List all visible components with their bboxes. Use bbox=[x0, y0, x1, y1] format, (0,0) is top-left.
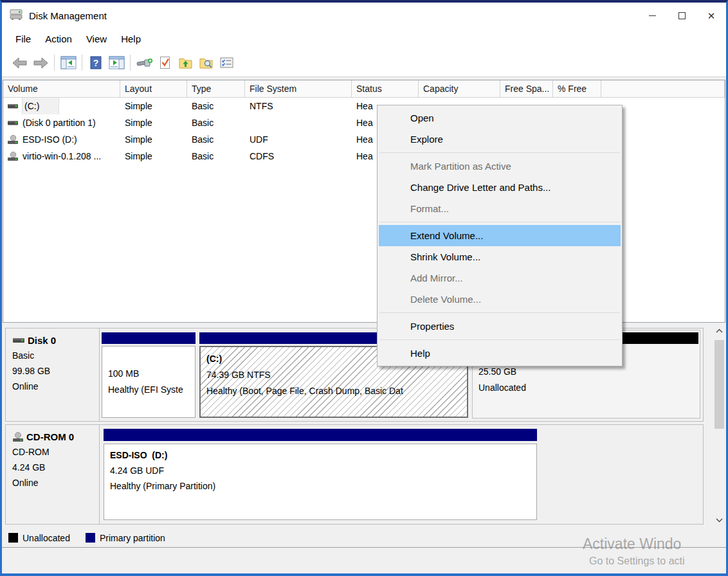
legend-unallocated-label: Unallocated bbox=[23, 533, 70, 543]
volume-context-menu: Open Explore Mark Partition as Active Ch… bbox=[377, 105, 623, 366]
volume-name: virtio-win-0.1.208 ... bbox=[23, 148, 101, 165]
status-bar bbox=[2, 548, 726, 573]
folder-up-button[interactable] bbox=[175, 53, 196, 73]
partition-esd-iso[interactable]: ESD-ISO (D:) 4.24 GB UDF Healthy (Primar… bbox=[102, 425, 539, 524]
hdd-volume-icon bbox=[7, 119, 19, 127]
file-system-cell: CDFS bbox=[245, 148, 352, 165]
menu-item-help[interactable]: Help bbox=[379, 343, 621, 364]
disk-management-window: Disk Management ✕ File Action View Help bbox=[0, 0, 728, 576]
chevron-down-icon bbox=[716, 518, 723, 523]
menu-item-properties[interactable]: Properties bbox=[379, 316, 621, 337]
toolbar-separator bbox=[130, 55, 131, 71]
column-header-free-space[interactable]: Free Spa... bbox=[500, 80, 553, 98]
scroll-up-button[interactable] bbox=[714, 325, 725, 336]
primary-partition-swatch bbox=[86, 533, 95, 543]
layout-cell: Simple bbox=[120, 114, 187, 131]
menu-separator bbox=[379, 339, 620, 340]
back-icon bbox=[12, 56, 28, 70]
task-list-button[interactable] bbox=[216, 53, 237, 73]
primary-partition-band bbox=[102, 332, 196, 344]
partition-status: Healthy (EFI Syste bbox=[108, 382, 192, 398]
cdrom0-status: Online bbox=[12, 475, 99, 491]
volume-list-header: Volume Layout Type File System Status Ca… bbox=[3, 80, 725, 98]
show-action-pane-button[interactable] bbox=[106, 53, 127, 73]
help-icon: ? bbox=[89, 56, 103, 69]
partition-status: Healthy (Boot, Page File, Crash Dump, Ba… bbox=[206, 383, 464, 399]
show-console-tree-button[interactable] bbox=[58, 53, 78, 73]
layout-cell: Simple bbox=[120, 98, 187, 114]
menu-file[interactable]: File bbox=[8, 30, 38, 48]
menu-separator bbox=[379, 222, 620, 222]
file-system-cell: NTFS bbox=[245, 98, 352, 114]
menu-view[interactable]: View bbox=[79, 30, 114, 48]
partition-status: Unallocated bbox=[478, 380, 697, 396]
menu-item-open[interactable]: Open bbox=[379, 107, 621, 129]
cdrom0-row: CD-ROM 0 CD-ROM 4.24 GB Online ESD-ISO (… bbox=[5, 424, 704, 525]
menu-help[interactable]: Help bbox=[114, 30, 148, 48]
help-button[interactable]: ? bbox=[86, 53, 106, 73]
unallocated-swatch bbox=[8, 533, 18, 543]
minimize-button[interactable] bbox=[637, 3, 667, 28]
menu-separator bbox=[379, 152, 620, 153]
partition-size: 100 MB bbox=[108, 366, 192, 382]
toolbar-separator bbox=[54, 55, 55, 71]
forward-button[interactable] bbox=[30, 53, 51, 73]
type-cell: Basic bbox=[187, 131, 245, 148]
partition-size: 74.39 GB NTFS bbox=[206, 367, 464, 383]
menu-item-mark-partition-as-active: Mark Partition as Active bbox=[379, 156, 621, 177]
type-cell: Basic bbox=[187, 98, 245, 114]
forward-icon bbox=[32, 56, 49, 70]
partition-size: 4.24 GB UDF bbox=[110, 463, 534, 478]
disk0-size: 99.98 GB bbox=[12, 363, 99, 379]
column-header-percent-free[interactable]: % Free bbox=[553, 80, 601, 98]
menu-item-shrink-volume[interactable]: Shrink Volume... bbox=[379, 246, 621, 267]
hdd-volume-icon bbox=[7, 102, 19, 110]
vertical-scrollbar[interactable] bbox=[714, 323, 725, 528]
menu-item-add-mirror: Add Mirror... bbox=[379, 267, 621, 289]
column-header-filler bbox=[601, 80, 725, 98]
close-button[interactable]: ✕ bbox=[696, 3, 726, 28]
back-button[interactable] bbox=[10, 53, 30, 73]
toolbar: ? bbox=[2, 49, 726, 77]
type-cell: Basic bbox=[187, 148, 245, 165]
show-action-pane-icon bbox=[109, 56, 125, 69]
folder-search-button[interactable] bbox=[196, 53, 216, 73]
folder-search-icon bbox=[199, 56, 214, 69]
menu-item-format: Format... bbox=[379, 198, 621, 219]
cd-volume-icon bbox=[7, 135, 19, 145]
menu-separator bbox=[379, 312, 620, 313]
partition-efi[interactable]: 100 MB Healthy (EFI Syste bbox=[100, 328, 197, 421]
legend-bar: Unallocated Primary partition bbox=[2, 528, 726, 548]
column-header-file-system[interactable]: File System bbox=[245, 80, 352, 98]
maximize-button[interactable] bbox=[667, 3, 696, 28]
column-header-status[interactable]: Status bbox=[352, 80, 419, 98]
menu-bar: File Action View Help bbox=[2, 28, 726, 49]
svg-text:?: ? bbox=[93, 58, 99, 68]
volume-name: ESD-ISO (D:) bbox=[23, 131, 77, 148]
device-console-button[interactable] bbox=[134, 53, 154, 73]
show-console-tree-icon bbox=[60, 56, 77, 69]
partition-name: ESD-ISO (D:) bbox=[110, 447, 534, 463]
device-console-icon bbox=[136, 56, 153, 69]
disk0-kind: Basic bbox=[12, 348, 99, 363]
menu-item-delete-volume: Delete Volume... bbox=[379, 289, 621, 310]
disk0-label-panel[interactable]: Disk 0 Basic 99.98 GB Online bbox=[6, 328, 100, 421]
partition-status: Healthy (Primary Partition) bbox=[110, 478, 534, 494]
chevron-up-icon bbox=[716, 328, 723, 333]
cdrom0-name: CD-ROM 0 bbox=[26, 431, 74, 442]
disk0-name: Disk 0 bbox=[28, 335, 56, 346]
scroll-down-button[interactable] bbox=[714, 515, 725, 526]
check-disk-button[interactable] bbox=[154, 53, 175, 73]
column-header-type[interactable]: Type bbox=[187, 80, 245, 98]
cdrom0-label-panel[interactable]: CD-ROM 0 CD-ROM 4.24 GB Online bbox=[6, 425, 100, 524]
menu-action[interactable]: Action bbox=[38, 30, 79, 48]
layout-cell: Simple bbox=[120, 148, 187, 165]
column-header-volume[interactable]: Volume bbox=[3, 80, 120, 98]
menu-item-change-drive-letter-and-paths[interactable]: Change Drive Letter and Paths... bbox=[379, 177, 621, 198]
scrollbar-thumb[interactable] bbox=[714, 340, 724, 429]
column-header-layout[interactable]: Layout bbox=[120, 80, 187, 98]
menu-item-extend-volume[interactable]: Extend Volume... bbox=[379, 225, 621, 246]
menu-item-explore[interactable]: Explore bbox=[379, 129, 621, 150]
column-header-capacity[interactable]: Capacity bbox=[419, 80, 500, 98]
close-icon: ✕ bbox=[707, 11, 716, 21]
